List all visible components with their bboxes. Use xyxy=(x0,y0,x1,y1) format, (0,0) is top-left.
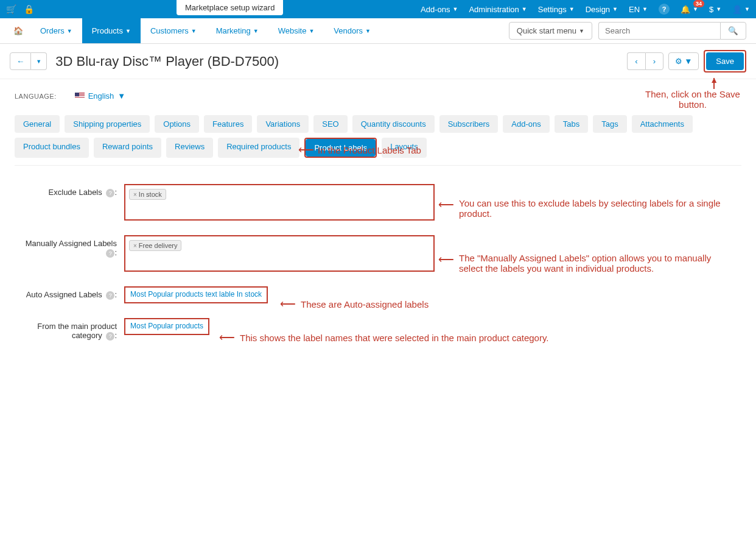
nav-marketing[interactable]: Marketing▼ xyxy=(206,18,268,43)
nav-website-label: Website xyxy=(278,26,307,35)
divider xyxy=(15,165,741,166)
notifications-icon[interactable]: 🔔 34 ▼ xyxy=(681,5,698,14)
nav-marketing-label: Marketing xyxy=(216,26,251,35)
caret-icon: ▼ xyxy=(693,6,698,12)
tab-product-bundles[interactable]: Product bundles xyxy=(15,138,89,158)
help-icon[interactable]: ? xyxy=(106,291,114,300)
prev-product-button[interactable]: ‹ xyxy=(627,52,645,70)
nav-orders[interactable]: Orders▼ xyxy=(30,18,82,43)
tab-tags[interactable]: Tags xyxy=(593,115,626,133)
design-menu[interactable]: Design▼ xyxy=(586,5,618,14)
gear-menu-button[interactable]: ⚙▼ xyxy=(668,52,699,70)
settings-menu[interactable]: Settings▼ xyxy=(538,5,575,14)
title-bar: ← ▼ 3D Blu-ray Disc™ Player (BD-D7500) ‹… xyxy=(0,44,756,79)
tab-reviews[interactable]: Reviews xyxy=(166,138,213,158)
content-area: LANGUAGE: English ▼ General Shipping pro… xyxy=(0,79,756,367)
search-icon: 🔍 xyxy=(728,26,738,35)
search-button[interactable]: 🔍 xyxy=(720,22,746,40)
nav-home[interactable]: 🏠 xyxy=(6,18,30,43)
caret-icon: ▼ xyxy=(744,6,750,12)
annotation-tab-text: In the Product Labels Tab xyxy=(318,145,421,155)
user-menu[interactable]: 👤▼ xyxy=(732,5,750,14)
remove-tag-icon[interactable]: × xyxy=(133,242,137,249)
caret-icon: ▼ xyxy=(67,28,72,34)
administration-label: Administration xyxy=(469,5,519,14)
caret-icon: ▼ xyxy=(522,6,527,12)
tab-tabs[interactable]: Tabs xyxy=(555,115,588,133)
tag-text: Free delivery xyxy=(139,242,178,249)
help-icon[interactable]: ? xyxy=(659,4,670,15)
annotation-exclude-text: You can use this to exclude labels by se… xyxy=(459,198,756,219)
tab-features[interactable]: Features xyxy=(204,115,252,133)
tab-reward-points[interactable]: Reward points xyxy=(94,138,161,158)
addons-menu[interactable]: Add-ons▼ xyxy=(421,5,458,14)
tab-quantity-discounts[interactable]: Quantity discounts xyxy=(352,115,435,133)
arrow-icon: ⟵ xyxy=(219,331,235,344)
nav-vendors[interactable]: Vendors▼ xyxy=(324,18,380,43)
currency-menu[interactable]: $▼ xyxy=(709,5,721,14)
language-selector[interactable]: English ▼ xyxy=(75,91,126,101)
nav-orders-label: Orders xyxy=(40,26,65,35)
currency-label: $ xyxy=(709,5,713,14)
arrow-icon: ⟵ xyxy=(298,143,314,157)
tab-subscribers[interactable]: Subscribers xyxy=(439,115,499,133)
tab-options[interactable]: Options xyxy=(155,115,199,133)
manual-labels-input[interactable]: × Free delivery xyxy=(124,235,435,272)
tab-required-products[interactable]: Required products xyxy=(218,138,299,158)
back-dropdown[interactable]: ▼ xyxy=(31,52,47,70)
quick-start-menu[interactable]: Quick start menu▼ xyxy=(509,22,592,40)
tab-attachments[interactable]: Attachments xyxy=(632,115,693,133)
nav-website[interactable]: Website▼ xyxy=(268,18,324,43)
annotation-manual-text: The "Manually Assigned Labels" option al… xyxy=(459,253,737,274)
caret-icon: ▼ xyxy=(569,6,575,12)
save-button[interactable]: Save xyxy=(706,52,744,70)
nav-products[interactable]: Products▼ xyxy=(82,18,141,43)
tab-shipping[interactable]: Shipping properties xyxy=(65,115,150,133)
exclude-labels-input[interactable]: × In stock xyxy=(124,184,435,221)
auto-labels-value: Most Popular products text lable In stoc… xyxy=(124,286,268,303)
lock-icon[interactable]: 🔒 xyxy=(24,4,34,14)
help-icon[interactable]: ? xyxy=(106,332,114,341)
language-field-label: LANGUAGE: xyxy=(15,93,57,100)
administration-menu[interactable]: Administration▼ xyxy=(469,5,527,14)
cart-icon[interactable]: 🛒 xyxy=(6,4,16,14)
category-labels-value: Most Popular products xyxy=(124,318,209,335)
page-title: 3D Blu-ray Disc™ Player (BD-D7500) xyxy=(55,54,279,69)
user-icon: 👤 xyxy=(732,5,742,14)
caret-icon: ▼ xyxy=(642,6,648,12)
annotation-exclude: ⟵ You can use this to exclude labels by … xyxy=(438,198,756,219)
annotation-category-text: This shows the label names that were sel… xyxy=(240,333,549,343)
nav-customers[interactable]: Customers▼ xyxy=(141,18,206,43)
chevron-left-icon: ‹ xyxy=(635,57,637,66)
language-menu[interactable]: EN▼ xyxy=(629,5,648,14)
main-nav: 🏠 Orders▼ Products▼ Customers▼ Marketing… xyxy=(0,18,756,44)
exclude-labels-label: Exclude Labels ?: xyxy=(15,184,124,197)
tab-general[interactable]: General xyxy=(15,115,60,133)
bell-icon: 🔔 xyxy=(681,5,690,14)
annotation-tab: ⟵ In the Product Labels Tab xyxy=(298,143,421,157)
tab-addons[interactable]: Add-ons xyxy=(503,115,549,133)
save-highlight: Save xyxy=(704,50,746,72)
next-product-button[interactable]: › xyxy=(645,52,663,70)
caret-icon: ▼ xyxy=(117,91,125,101)
back-button[interactable]: ← xyxy=(10,52,31,70)
notification-badge: 34 xyxy=(693,0,704,7)
tab-variations[interactable]: Variations xyxy=(257,115,309,133)
category-labels-label: From the main product category ?: xyxy=(15,318,124,341)
language-label: EN xyxy=(629,5,640,14)
marketplace-wizard-button[interactable]: Marketplace setup wizard xyxy=(177,0,283,15)
chevron-right-icon: › xyxy=(653,57,656,66)
annotation-auto-text: These are Auto-assigned labels xyxy=(301,299,429,309)
tab-seo[interactable]: SEO xyxy=(313,115,347,133)
arrow-icon: ⟵ xyxy=(438,198,454,211)
caret-icon: ▼ xyxy=(36,58,41,65)
help-icon[interactable]: ? xyxy=(106,249,114,258)
search-input[interactable] xyxy=(598,22,720,40)
tag-chip-in-stock: × In stock xyxy=(129,189,166,200)
remove-tag-icon[interactable]: × xyxy=(133,191,137,198)
category-labels-text: Most Popular products xyxy=(130,322,203,330)
help-icon[interactable]: ? xyxy=(106,189,114,197)
design-label: Design xyxy=(586,5,610,14)
flag-icon xyxy=(75,93,85,99)
home-icon: 🏠 xyxy=(13,26,23,35)
